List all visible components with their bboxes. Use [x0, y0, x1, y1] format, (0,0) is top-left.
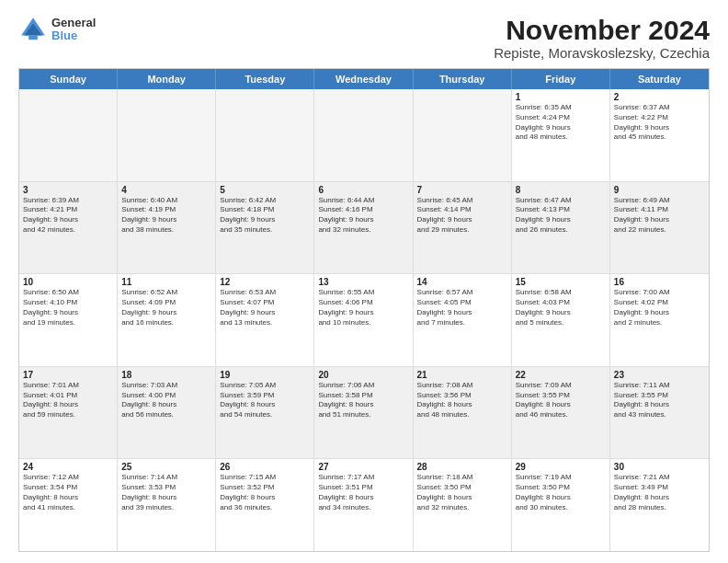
cal-cell-2-1: 11Sunrise: 6:52 AM Sunset: 4:09 PM Dayli…	[118, 274, 216, 366]
cal-cell-1-5: 8Sunrise: 6:47 AM Sunset: 4:13 PM Daylig…	[512, 182, 610, 274]
cell-info-1-2: Sunrise: 6:42 AM Sunset: 4:18 PM Dayligh…	[220, 196, 310, 236]
calendar-row-2: 10Sunrise: 6:50 AM Sunset: 4:10 PM Dayli…	[19, 274, 709, 367]
cal-cell-3-3: 20Sunrise: 7:06 AM Sunset: 3:58 PM Dayli…	[314, 367, 413, 459]
page: General Blue November 2024 Repiste, Mora…	[0, 0, 728, 563]
cal-cell-4-0: 24Sunrise: 7:12 AM Sunset: 3:54 PM Dayli…	[19, 459, 118, 551]
cell-info-0-5: Sunrise: 6:35 AM Sunset: 4:24 PM Dayligh…	[516, 103, 606, 143]
cell-info-4-6: Sunrise: 7:21 AM Sunset: 3:49 PM Dayligh…	[614, 473, 705, 512]
cell-info-4-5: Sunrise: 7:19 AM Sunset: 3:50 PM Dayligh…	[516, 473, 606, 512]
cal-cell-4-4: 28Sunrise: 7:18 AM Sunset: 3:50 PM Dayli…	[414, 459, 512, 551]
header: General Blue November 2024 Repiste, Mora…	[18, 15, 710, 61]
svg-rect-2	[28, 35, 38, 40]
calendar-header-row: SundayMondayTuesdayWednesdayThursdayFrid…	[19, 69, 709, 89]
header-day-thursday: Thursday	[414, 69, 512, 89]
day-number-30: 30	[614, 462, 705, 472]
day-number-24: 24	[23, 462, 113, 472]
cal-cell-3-5: 22Sunrise: 7:09 AM Sunset: 3:55 PM Dayli…	[512, 367, 610, 459]
cal-cell-0-6: 2Sunrise: 6:37 AM Sunset: 4:22 PM Daylig…	[610, 89, 709, 181]
day-number-18: 18	[121, 370, 211, 380]
cal-cell-4-2: 26Sunrise: 7:15 AM Sunset: 3:52 PM Dayli…	[216, 459, 314, 551]
cal-cell-2-2: 12Sunrise: 6:53 AM Sunset: 4:07 PM Dayli…	[216, 274, 314, 366]
cell-info-0-6: Sunrise: 6:37 AM Sunset: 4:22 PM Dayligh…	[614, 103, 705, 143]
cell-info-3-5: Sunrise: 7:09 AM Sunset: 3:55 PM Dayligh…	[516, 381, 606, 420]
cal-cell-1-6: 9Sunrise: 6:49 AM Sunset: 4:11 PM Daylig…	[610, 182, 709, 274]
cell-info-1-0: Sunrise: 6:39 AM Sunset: 4:21 PM Dayligh…	[23, 196, 113, 236]
day-number-14: 14	[417, 277, 507, 287]
logo-blue-text: Blue	[51, 29, 96, 42]
cell-info-3-4: Sunrise: 7:08 AM Sunset: 3:56 PM Dayligh…	[417, 381, 507, 420]
calendar: SundayMondayTuesdayWednesdayThursdayFrid…	[18, 68, 710, 552]
calendar-row-0: 1Sunrise: 6:35 AM Sunset: 4:24 PM Daylig…	[19, 89, 709, 182]
cell-info-4-2: Sunrise: 7:15 AM Sunset: 3:52 PM Dayligh…	[220, 473, 310, 512]
cal-cell-4-1: 25Sunrise: 7:14 AM Sunset: 3:53 PM Dayli…	[118, 459, 216, 551]
cell-info-1-5: Sunrise: 6:47 AM Sunset: 4:13 PM Dayligh…	[516, 196, 606, 236]
calendar-row-1: 3Sunrise: 6:39 AM Sunset: 4:21 PM Daylig…	[19, 182, 709, 275]
cal-cell-3-4: 21Sunrise: 7:08 AM Sunset: 3:56 PM Dayli…	[414, 367, 512, 459]
cal-cell-0-2	[216, 89, 314, 181]
day-number-26: 26	[220, 462, 310, 472]
day-number-28: 28	[417, 462, 507, 472]
calendar-subtitle: Repiste, Moravskoslezsky, Czechia	[494, 45, 710, 61]
cell-info-3-1: Sunrise: 7:03 AM Sunset: 4:00 PM Dayligh…	[121, 381, 211, 420]
cal-cell-0-5: 1Sunrise: 6:35 AM Sunset: 4:24 PM Daylig…	[512, 89, 610, 181]
cal-cell-2-4: 14Sunrise: 6:57 AM Sunset: 4:05 PM Dayli…	[414, 274, 512, 366]
day-number-7: 7	[417, 185, 507, 195]
logo: General Blue	[18, 15, 96, 44]
cell-info-3-2: Sunrise: 7:05 AM Sunset: 3:59 PM Dayligh…	[220, 381, 310, 420]
cal-cell-2-6: 16Sunrise: 7:00 AM Sunset: 4:02 PM Dayli…	[610, 274, 709, 366]
cal-cell-4-3: 27Sunrise: 7:17 AM Sunset: 3:51 PM Dayli…	[314, 459, 413, 551]
cell-info-2-5: Sunrise: 6:58 AM Sunset: 4:03 PM Dayligh…	[516, 288, 606, 327]
day-number-19: 19	[220, 370, 310, 380]
cell-info-2-3: Sunrise: 6:55 AM Sunset: 4:06 PM Dayligh…	[318, 288, 408, 327]
day-number-12: 12	[220, 277, 310, 287]
header-day-sunday: Sunday	[19, 69, 118, 89]
cell-info-1-6: Sunrise: 6:49 AM Sunset: 4:11 PM Dayligh…	[614, 196, 705, 236]
day-number-25: 25	[121, 462, 211, 472]
cal-cell-0-3	[314, 89, 413, 181]
day-number-11: 11	[121, 277, 211, 287]
header-day-tuesday: Tuesday	[216, 69, 314, 89]
day-number-22: 22	[516, 370, 606, 380]
day-number-20: 20	[318, 370, 408, 380]
day-number-3: 3	[23, 185, 113, 195]
cell-info-2-6: Sunrise: 7:00 AM Sunset: 4:02 PM Dayligh…	[614, 288, 705, 327]
cal-cell-2-3: 13Sunrise: 6:55 AM Sunset: 4:06 PM Dayli…	[314, 274, 413, 366]
day-number-27: 27	[318, 462, 408, 472]
cal-cell-3-0: 17Sunrise: 7:01 AM Sunset: 4:01 PM Dayli…	[19, 367, 118, 459]
cal-cell-0-4	[414, 89, 512, 181]
day-number-2: 2	[614, 92, 705, 102]
cell-info-1-1: Sunrise: 6:40 AM Sunset: 4:19 PM Dayligh…	[121, 196, 211, 236]
day-number-21: 21	[417, 370, 507, 380]
day-number-13: 13	[318, 277, 408, 287]
day-number-6: 6	[318, 185, 408, 195]
cell-info-4-1: Sunrise: 7:14 AM Sunset: 3:53 PM Dayligh…	[121, 473, 211, 512]
header-day-monday: Monday	[118, 69, 216, 89]
cal-cell-1-0: 3Sunrise: 6:39 AM Sunset: 4:21 PM Daylig…	[19, 182, 118, 274]
cal-cell-1-2: 5Sunrise: 6:42 AM Sunset: 4:18 PM Daylig…	[216, 182, 314, 274]
cell-info-3-0: Sunrise: 7:01 AM Sunset: 4:01 PM Dayligh…	[23, 381, 113, 420]
cal-cell-0-1	[118, 89, 216, 181]
cal-cell-2-0: 10Sunrise: 6:50 AM Sunset: 4:10 PM Dayli…	[19, 274, 118, 366]
cell-info-4-3: Sunrise: 7:17 AM Sunset: 3:51 PM Dayligh…	[318, 473, 408, 512]
logo-text: General Blue	[51, 17, 96, 43]
cell-info-3-6: Sunrise: 7:11 AM Sunset: 3:55 PM Dayligh…	[614, 381, 705, 420]
calendar-title: November 2024	[494, 15, 710, 45]
cell-info-1-4: Sunrise: 6:45 AM Sunset: 4:14 PM Dayligh…	[417, 196, 507, 236]
day-number-9: 9	[614, 185, 705, 195]
day-number-15: 15	[516, 277, 606, 287]
cal-cell-1-3: 6Sunrise: 6:44 AM Sunset: 4:16 PM Daylig…	[314, 182, 413, 274]
day-number-8: 8	[516, 185, 606, 195]
cell-info-2-0: Sunrise: 6:50 AM Sunset: 4:10 PM Dayligh…	[23, 288, 113, 327]
cal-cell-3-1: 18Sunrise: 7:03 AM Sunset: 4:00 PM Dayli…	[118, 367, 216, 459]
calendar-row-3: 17Sunrise: 7:01 AM Sunset: 4:01 PM Dayli…	[19, 367, 709, 460]
day-number-29: 29	[516, 462, 606, 472]
day-number-16: 16	[614, 277, 705, 287]
cal-cell-2-5: 15Sunrise: 6:58 AM Sunset: 4:03 PM Dayli…	[512, 274, 610, 366]
logo-icon	[18, 15, 48, 44]
day-number-23: 23	[614, 370, 705, 380]
day-number-10: 10	[23, 277, 113, 287]
day-number-1: 1	[516, 92, 606, 102]
cell-info-3-3: Sunrise: 7:06 AM Sunset: 3:58 PM Dayligh…	[318, 381, 408, 420]
cal-cell-3-6: 23Sunrise: 7:11 AM Sunset: 3:55 PM Dayli…	[610, 367, 709, 459]
cell-info-2-4: Sunrise: 6:57 AM Sunset: 4:05 PM Dayligh…	[417, 288, 507, 327]
